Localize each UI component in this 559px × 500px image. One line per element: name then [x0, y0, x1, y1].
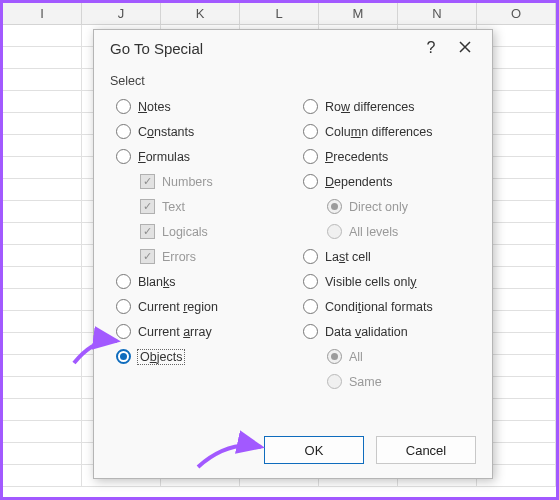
option-blanks[interactable]: Blanks — [110, 269, 289, 294]
radio-icon — [303, 249, 318, 264]
radio-icon — [116, 124, 131, 139]
option-all: All — [297, 344, 476, 369]
option-label: Direct only — [349, 200, 408, 214]
right-column: Row differences Column differences Prece… — [297, 94, 476, 394]
column-header[interactable]: L — [240, 3, 319, 24]
help-button[interactable]: ? — [414, 33, 448, 63]
option-label: Constants — [138, 125, 194, 139]
radio-icon — [116, 324, 131, 339]
ok-button[interactable]: OK — [264, 436, 364, 464]
radio-icon — [303, 124, 318, 139]
left-column: Notes Constants Formulas Numbers Text Lo… — [110, 94, 289, 394]
option-label: Column differences — [325, 125, 433, 139]
option-direct-only: Direct only — [297, 194, 476, 219]
radio-icon — [303, 174, 318, 189]
option-notes[interactable]: Notes — [110, 94, 289, 119]
radio-icon — [327, 374, 342, 389]
option-row-differences[interactable]: Row differences — [297, 94, 476, 119]
option-precedents[interactable]: Precedents — [297, 144, 476, 169]
option-label: Text — [162, 200, 185, 214]
option-numbers: Numbers — [110, 169, 289, 194]
option-label: Notes — [138, 100, 171, 114]
radio-icon — [116, 349, 131, 364]
option-label: Errors — [162, 250, 196, 264]
column-header[interactable]: O — [477, 3, 556, 24]
option-label: Dependents — [325, 175, 392, 189]
radio-icon — [303, 99, 318, 114]
option-formulas[interactable]: Formulas — [110, 144, 289, 169]
column-headers: I J K L M N O — [3, 3, 556, 25]
checkbox-icon — [140, 249, 155, 264]
column-header[interactable]: K — [161, 3, 240, 24]
option-text: Text — [110, 194, 289, 219]
close-icon — [459, 41, 471, 56]
option-dependents[interactable]: Dependents — [297, 169, 476, 194]
option-current-array[interactable]: Current array — [110, 319, 289, 344]
column-header[interactable]: N — [398, 3, 477, 24]
go-to-special-dialog: Go To Special ? Select Notes Constants F… — [93, 29, 493, 479]
app-frame: I J K L M N O — [0, 0, 559, 500]
option-label: All — [349, 350, 363, 364]
radio-icon — [327, 199, 342, 214]
dialog-title: Go To Special — [104, 40, 414, 57]
option-label: Last cell — [325, 250, 371, 264]
option-data-validation[interactable]: Data validation — [297, 319, 476, 344]
checkbox-icon — [140, 224, 155, 239]
option-errors: Errors — [110, 244, 289, 269]
option-label: Formulas — [138, 150, 190, 164]
checkbox-icon — [140, 199, 155, 214]
option-label: All levels — [349, 225, 398, 239]
radio-icon — [303, 274, 318, 289]
option-same: Same — [297, 369, 476, 394]
option-label: Logicals — [162, 225, 208, 239]
option-label: Current region — [138, 300, 218, 314]
option-column-differences[interactable]: Column differences — [297, 119, 476, 144]
radio-icon — [303, 324, 318, 339]
option-visible-cells[interactable]: Visible cells only — [297, 269, 476, 294]
column-header[interactable]: M — [319, 3, 398, 24]
option-conditional-formats[interactable]: Conditional formats — [297, 294, 476, 319]
option-label: Blanks — [138, 275, 176, 289]
radio-icon — [116, 299, 131, 314]
option-constants[interactable]: Constants — [110, 119, 289, 144]
option-current-region[interactable]: Current region — [110, 294, 289, 319]
radio-icon — [303, 299, 318, 314]
radio-icon — [116, 274, 131, 289]
option-all-levels: All levels — [297, 219, 476, 244]
option-label: Conditional formats — [325, 300, 433, 314]
dialog-buttons: OK Cancel — [264, 436, 476, 464]
radio-icon — [327, 349, 342, 364]
option-label: Current array — [138, 325, 212, 339]
option-label: Same — [349, 375, 382, 389]
radio-icon — [327, 224, 342, 239]
option-label: Precedents — [325, 150, 388, 164]
option-label: Numbers — [162, 175, 213, 189]
option-label: Row differences — [325, 100, 414, 114]
option-objects[interactable]: Objects — [110, 344, 289, 369]
column-header[interactable]: J — [82, 3, 161, 24]
option-label: Visible cells only — [325, 275, 416, 289]
cancel-button[interactable]: Cancel — [376, 436, 476, 464]
radio-icon — [303, 149, 318, 164]
close-button[interactable] — [448, 33, 482, 63]
radio-icon — [116, 99, 131, 114]
column-header[interactable]: I — [3, 3, 82, 24]
section-label: Select — [110, 74, 476, 88]
dialog-body: Select Notes Constants Formulas Numbers … — [94, 66, 492, 394]
option-label: Objects — [138, 350, 184, 364]
option-last-cell[interactable]: Last cell — [297, 244, 476, 269]
option-logicals: Logicals — [110, 219, 289, 244]
dialog-titlebar: Go To Special ? — [94, 30, 492, 66]
option-label: Data validation — [325, 325, 408, 339]
radio-icon — [116, 149, 131, 164]
checkbox-icon — [140, 174, 155, 189]
